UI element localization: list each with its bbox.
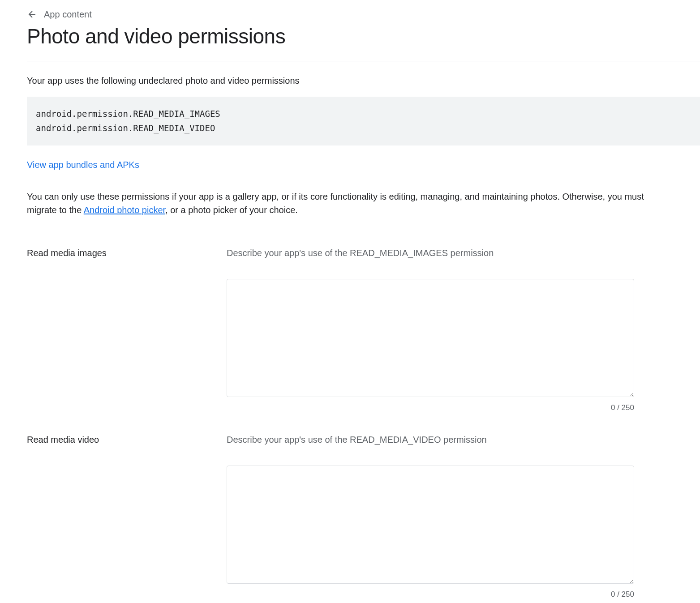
- breadcrumb-label[interactable]: App content: [44, 9, 92, 20]
- read-media-video-input[interactable]: [227, 466, 634, 584]
- read-media-video-label: Read media video: [27, 435, 227, 445]
- intro-text: Your app uses the following undeclared p…: [27, 76, 700, 86]
- read-media-images-counter: 0 / 250: [227, 403, 634, 412]
- description-paragraph: You can only use these permissions if yo…: [27, 190, 654, 217]
- description-text-after: , or a photo picker of your choice.: [165, 205, 298, 215]
- read-media-video-counter: 0 / 250: [227, 590, 634, 599]
- back-arrow-icon[interactable]: [27, 9, 38, 20]
- view-bundles-link[interactable]: View app bundles and APKs: [27, 160, 139, 170]
- android-photo-picker-link[interactable]: Android photo picker: [84, 205, 165, 215]
- read-media-images-input[interactable]: [227, 279, 634, 397]
- divider: [27, 61, 700, 61]
- read-media-images-section: Read media images Describe your app's us…: [27, 248, 700, 412]
- read-media-images-prompt: Describe your app's use of the READ_MEDI…: [227, 248, 634, 258]
- read-media-images-label: Read media images: [27, 248, 227, 258]
- page-title: Photo and video permissions: [27, 24, 700, 48]
- permissions-code-block: android.permission.READ_MEDIA_IMAGES and…: [27, 97, 700, 145]
- read-media-video-section: Read media video Describe your app's use…: [27, 435, 700, 599]
- breadcrumb: App content: [27, 9, 700, 20]
- read-media-video-prompt: Describe your app's use of the READ_MEDI…: [227, 435, 634, 445]
